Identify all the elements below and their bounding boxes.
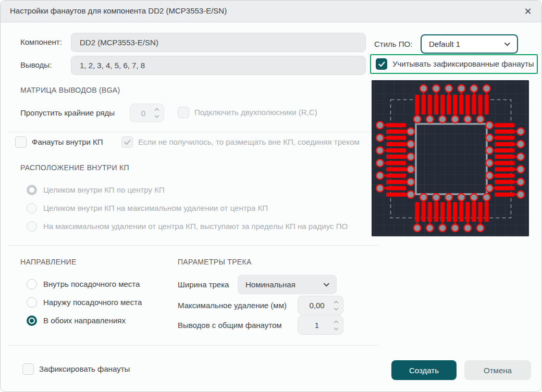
track-width-label: Ширина трека bbox=[178, 280, 229, 290]
fallback-label: Если не получилось, то размещать вне КП,… bbox=[138, 137, 360, 147]
placement-option-label: Целиком внутри КП на максимальном удален… bbox=[43, 203, 268, 213]
track-width-value: Номинальная bbox=[245, 280, 295, 289]
fanout-settings-dialog: Настройки фанаутов для компонента DD2 (M… bbox=[0, 0, 542, 392]
close-icon[interactable]: ✕ bbox=[521, 4, 535, 19]
pins-value: 1, 2, 3, 4, 5, 6, 7, 8 bbox=[80, 61, 145, 70]
fix-fanouts-label: Зафиксировать фанауты bbox=[39, 364, 130, 374]
radio-unselected[interactable] bbox=[27, 297, 37, 308]
stepper-down-icon[interactable] bbox=[334, 306, 338, 310]
stepper-down-icon bbox=[155, 113, 159, 118]
direction-option-label: Наружу посадочного места bbox=[43, 297, 142, 308]
placement-option-max-inside: Целиком внутри КП на максимальном удален… bbox=[27, 203, 268, 213]
respect-fixed-checkbox[interactable] bbox=[376, 58, 387, 70]
pins-field: 1, 2, 3, 4, 5, 6, 7, 8 bbox=[71, 56, 366, 75]
radio-unselected-disabled bbox=[27, 203, 37, 213]
radio-unselected-disabled bbox=[27, 221, 37, 232]
component-label: Компонент: bbox=[20, 37, 62, 47]
divider bbox=[8, 132, 379, 132]
direction-section-header: НАПРАВЛЕНИЕ bbox=[20, 258, 77, 266]
placement-option-center: Целиком внутри КП по центру КП bbox=[27, 185, 165, 195]
placement-option-label: Целиком внутри КП по центру КП bbox=[43, 185, 165, 195]
two-pole-row: Подключить двухполюсники (R,C) bbox=[178, 107, 317, 118]
direction-option-outward[interactable]: Наружу посадочного места bbox=[27, 297, 142, 308]
two-pole-label: Подключить двухполюсники (R,C) bbox=[194, 107, 317, 118]
max-distance-value: 0,00 bbox=[302, 301, 331, 310]
component-field: DD2 (MCP3553-E/SN) bbox=[71, 33, 366, 52]
two-pole-checkbox bbox=[178, 107, 189, 118]
common-fanout-stepper[interactable]: 1 bbox=[298, 315, 343, 335]
respect-fixed-label: Учитывать зафиксированные фанауты bbox=[392, 59, 534, 69]
stepper-arrows bbox=[155, 109, 158, 117]
stepper-up-icon bbox=[155, 108, 159, 112]
common-fanout-value: 1 bbox=[302, 321, 331, 330]
stepper-up-icon[interactable] bbox=[334, 300, 338, 305]
skip-rows-label: Пропустить крайние ряды bbox=[20, 108, 115, 118]
max-distance-stepper[interactable]: 0,00 bbox=[298, 296, 343, 315]
placement-option-max-outside: На максимальном удалении от центра КП, в… bbox=[27, 221, 348, 232]
direction-option-label: В обоих направлениях bbox=[43, 315, 126, 326]
respect-fixed-highlight: Учитывать зафиксированные фанауты bbox=[370, 54, 538, 74]
checkmark-icon bbox=[378, 61, 385, 67]
divider bbox=[8, 245, 379, 246]
create-button[interactable]: Создать bbox=[391, 360, 457, 380]
dialog-title: Настройки фанаутов для компонента DD2 (M… bbox=[10, 6, 227, 15]
placement-option-label: На максимальном удалении от центра КП, в… bbox=[43, 221, 348, 232]
stepper-arrows[interactable] bbox=[335, 321, 338, 330]
titlebar: Настройки фанаутов для компонента DD2 (M… bbox=[1, 1, 541, 22]
cancel-button[interactable]: Отмена bbox=[464, 360, 531, 380]
common-fanout-label: Выводов с общим фанаутом bbox=[178, 320, 282, 331]
track-width-select[interactable]: Номинальная bbox=[238, 275, 337, 294]
footprint-preview bbox=[372, 80, 529, 236]
divider bbox=[8, 345, 379, 346]
pins-label: Выводы: bbox=[20, 60, 52, 70]
placement-section-header: РАСПОЛОЖЕНИЕ ВНУТРИ КП bbox=[20, 163, 129, 172]
direction-option-label: Внутрь посадочного места bbox=[43, 279, 140, 289]
skip-rows-stepper: 0 bbox=[130, 104, 164, 122]
direction-option-both[interactable]: В обоих направлениях bbox=[27, 315, 126, 326]
stepper-up-icon[interactable] bbox=[334, 320, 338, 324]
stepper-arrows[interactable] bbox=[335, 301, 338, 310]
radio-selected-disabled bbox=[27, 185, 37, 195]
direction-option-inward[interactable]: Внутрь посадочного места bbox=[27, 279, 140, 289]
bga-section-header: МАТРИЦА ВЫВОДОВ (BGA) bbox=[20, 86, 120, 94]
fallback-checkbox bbox=[121, 136, 133, 148]
skip-rows-value: 0 bbox=[134, 109, 152, 118]
fix-fanouts-row: Зафиксировать фанауты bbox=[22, 363, 130, 375]
component-value: DD2 (MCP3553-E/SN) bbox=[80, 38, 158, 47]
radio-unselected[interactable] bbox=[27, 279, 37, 289]
chevron-down-icon bbox=[324, 281, 329, 286]
checkmark-icon bbox=[124, 140, 131, 145]
fix-fanouts-checkbox[interactable] bbox=[22, 363, 34, 375]
inside-pad-label: Фанауты внутри КП bbox=[32, 137, 103, 147]
fallback-row: Если не получилось, то размещать вне КП,… bbox=[121, 136, 360, 148]
po-style-label: Стиль ПО: bbox=[374, 39, 412, 49]
inside-pad-checkbox[interactable] bbox=[15, 136, 27, 148]
po-style-value: Default 1 bbox=[429, 40, 460, 48]
max-distance-label: Максимальное удаление (мм) bbox=[178, 300, 287, 311]
inside-pad-row: Фанауты внутри КП bbox=[15, 136, 103, 148]
radio-selected[interactable] bbox=[27, 315, 37, 326]
po-style-select[interactable]: Default 1 bbox=[421, 34, 518, 54]
stepper-down-icon[interactable] bbox=[334, 325, 338, 330]
chevron-down-icon bbox=[504, 40, 510, 46]
track-section-header: ПАРАМЕТРЫ ТРЕКА bbox=[178, 258, 252, 266]
